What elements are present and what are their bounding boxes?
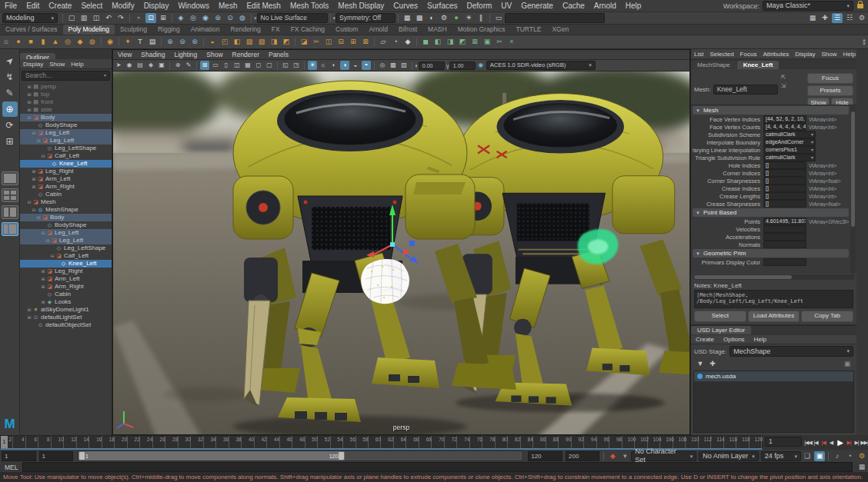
gamma-field[interactable]: 1.00	[449, 61, 476, 70]
poly-plane-icon[interactable]: ◆	[75, 37, 85, 47]
shelf-menu-icon[interactable]: ☰	[1, 37, 12, 47]
layout-single-pane-button[interactable]	[2, 171, 18, 185]
attribute-value-field[interactable]: []	[763, 169, 806, 177]
menu-item-cache[interactable]: Cache	[558, 2, 589, 10]
outliner-item-top[interactable]: ⊞▤top	[20, 91, 112, 98]
attribute-value-field[interactable]: edgeAndCorner▾	[763, 138, 816, 146]
make-live-icon[interactable]: ◍	[237, 13, 248, 23]
outliner-item-mesh[interactable]: ⊟◪Mesh	[20, 198, 112, 206]
lock-camera-icon[interactable]: ◉	[125, 61, 134, 70]
step-forward-frame-button[interactable]: ▶|	[853, 437, 860, 448]
2d-pan-zoom-icon[interactable]: ⊕	[173, 61, 182, 70]
open-scene-icon[interactable]: ▥	[78, 13, 89, 23]
attribute-value-field[interactable]: []	[763, 192, 806, 200]
menu-item-show[interactable]: Show	[818, 51, 840, 58]
menu-item-arnold[interactable]: Arnold	[589, 2, 621, 10]
set-key-icon[interactable]: ◆	[607, 451, 618, 461]
outliner-item-defaultlightset[interactable]: ⊞⊙defaultLightSet	[20, 314, 112, 321]
live-surface-field[interactable]: No Live Surface	[257, 13, 328, 23]
playback-start-field[interactable]: 1	[39, 451, 74, 461]
outliner-item-knee-left[interactable]: ◇Knee_Left	[20, 260, 112, 268]
command-input[interactable]	[22, 462, 853, 472]
outliner-item-calf-left[interactable]: ⊟◪Calf_Left	[20, 252, 112, 260]
layout-outliner-persp-button[interactable]	[2, 222, 18, 236]
expand-icon[interactable]: ⊞	[26, 91, 32, 98]
crease-tool-icon[interactable]: ◆	[402, 37, 413, 47]
vertical-scrollbar[interactable]	[850, 105, 856, 274]
step-back-key-button[interactable]: |◀	[820, 437, 827, 448]
channel-box-toggle-icon[interactable]: ☰	[832, 13, 843, 23]
separate-icon[interactable]: ◰	[219, 37, 230, 47]
expand-icon[interactable]: ⊟	[40, 229, 46, 237]
menu-item-list[interactable]: List	[691, 51, 706, 58]
outliner-item-body[interactable]: ⊟◪Body	[20, 214, 112, 221]
chevron-down-icon[interactable]: ▾	[254, 15, 257, 22]
shelf-tab-fx[interactable]: FX	[266, 25, 285, 35]
shelf-tab-bifrost[interactable]: Bifrost	[393, 25, 422, 35]
save-scene-icon[interactable]: ◫	[91, 13, 102, 23]
select-object-icon[interactable]: ⊡	[145, 13, 156, 23]
expand-icon[interactable]: ⊞	[40, 275, 46, 283]
step-forward-key-button[interactable]: ▶|	[845, 437, 853, 448]
usd-layer-item[interactable]: mech.usda	[694, 371, 853, 381]
menu-item-generate[interactable]: Generate	[516, 2, 558, 10]
frame-all-icon[interactable]: ◱	[281, 61, 290, 70]
outliner-item-arm-right[interactable]: ⊞◪Arm_Right	[20, 183, 112, 191]
playback-options-icon[interactable]: ❏	[802, 451, 813, 461]
outliner-item-leg-right[interactable]: ⊞◪Leg_Right	[20, 168, 112, 175]
boolean-split-edges-icon[interactable]: ✂	[494, 37, 505, 47]
shelf-tab-curves-surfaces[interactable]: Curves / Surfaces	[0, 25, 63, 35]
reduce-icon[interactable]: ▧	[256, 37, 267, 47]
menu-item-show[interactable]: Show	[202, 51, 227, 58]
snap-curve-icon[interactable]: ◎	[188, 13, 199, 23]
outliner-item-cabin[interactable]: ◇Cabin	[20, 191, 112, 198]
move-tool[interactable]: ⊕	[2, 101, 18, 117]
shelf-tab-mash[interactable]: MASH	[422, 25, 452, 35]
insert-edge-loop-icon[interactable]: ◫	[323, 37, 334, 47]
menu-item-display[interactable]: Display	[20, 61, 46, 68]
menu-item-modify[interactable]: Modify	[107, 2, 139, 10]
render-view-icon[interactable]: ▦	[402, 13, 412, 23]
range-start-handle[interactable]	[79, 452, 85, 460]
undo-icon[interactable]: ↶	[103, 13, 114, 23]
motion-blur-icon[interactable]: ◒	[351, 61, 360, 70]
shadows-icon[interactable]: ◐	[329, 61, 339, 70]
bevel-icon[interactable]: ◪	[299, 37, 309, 47]
poly-torus-icon[interactable]: ◎	[62, 37, 73, 47]
mute-audio-icon[interactable]: ♪	[832, 451, 843, 461]
attribute-value-field[interactable]	[763, 241, 806, 248]
poly-disc-icon[interactable]: ◍	[87, 37, 98, 47]
attribute-value-field[interactable]: []	[763, 184, 806, 192]
outliner-item-side[interactable]: ⊞▤side	[20, 106, 112, 114]
attribute-value-field[interactable]: []	[763, 200, 806, 208]
animation-start-field[interactable]: 1	[2, 451, 36, 461]
paint-select-tool[interactable]: ✎	[2, 85, 18, 101]
menu-item-surfaces[interactable]: Surfaces	[422, 2, 462, 10]
scale-tool[interactable]: ⊞	[2, 134, 18, 149]
bridge-icon[interactable]: ◩	[281, 37, 292, 47]
attribute-editor-toggle-icon[interactable]: ☷	[844, 13, 855, 23]
menu-item-mesh-display[interactable]: Mesh Display	[333, 2, 389, 10]
menu-item-help[interactable]: Help	[68, 61, 86, 68]
image-plane-icon[interactable]: ▣	[157, 61, 166, 70]
section-header-point-based[interactable]: ▼Point Based	[693, 208, 849, 217]
menu-item-create[interactable]: Create	[691, 336, 719, 343]
shelf-tab-arnold[interactable]: Arnold	[363, 25, 393, 35]
swap-input-icon[interactable]: ⇱	[781, 74, 786, 81]
viewport-scene[interactable]: persp	[113, 71, 689, 434]
play-backwards-button[interactable]: ◀	[827, 437, 835, 448]
numeric-input-field[interactable]	[505, 13, 605, 23]
outliner-item-arm-left[interactable]: ⊞◪Arm_Left	[20, 275, 112, 283]
select-component-icon[interactable]: ⊞	[158, 13, 169, 23]
attribute-value-field[interactable]	[763, 258, 806, 266]
menu-item-shading[interactable]: Shading	[136, 51, 169, 58]
expand-icon[interactable]: ⊞	[26, 306, 32, 314]
bookmarks-icon[interactable]: ◈	[146, 61, 155, 70]
quad-draw-icon[interactable]: ⊞	[348, 37, 359, 47]
poly-sphere-icon[interactable]: ●	[13, 37, 24, 47]
presets-button[interactable]: Presets	[807, 85, 853, 96]
film-gate-icon[interactable]: ▭	[211, 61, 220, 70]
render-current-frame-icon[interactable]: ▩	[414, 13, 425, 23]
outliner-item-aiskydomelight1[interactable]: ⊞☀aiSkyDomeLight1	[20, 306, 112, 314]
outliner-item-leg-right[interactable]: ⊞◪Leg_Right	[20, 268, 112, 275]
